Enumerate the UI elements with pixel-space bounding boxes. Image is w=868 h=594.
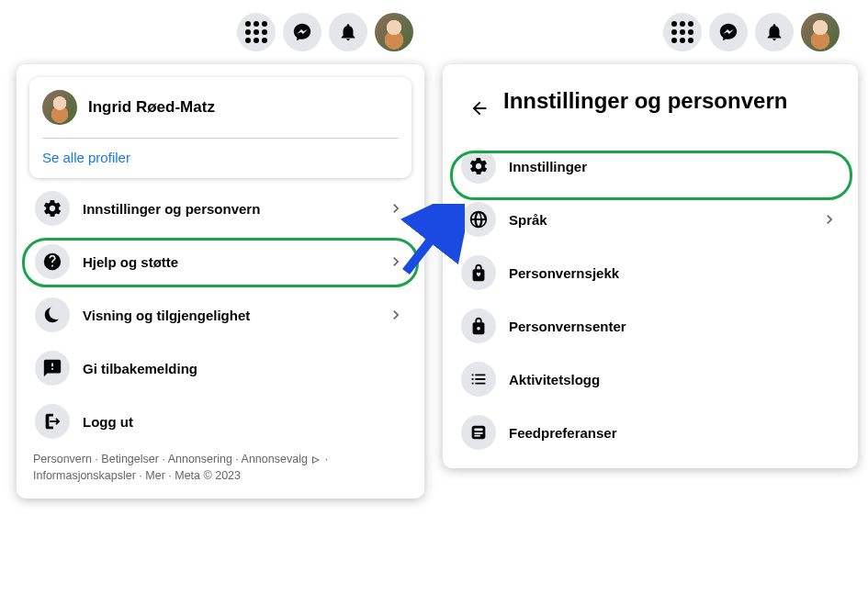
footer-link[interactable]: Betingelser xyxy=(101,453,159,465)
menu-item-label: Hjelp og støtte xyxy=(83,254,373,270)
lock-heart-icon xyxy=(461,255,496,290)
lock-icon xyxy=(461,308,496,343)
feed-icon xyxy=(461,415,496,450)
account-avatar-button[interactable] xyxy=(375,13,413,51)
messenger-button[interactable] xyxy=(283,13,321,51)
menu-item-language[interactable]: Språk xyxy=(454,193,847,246)
menu-item-privacy-check[interactable]: Personvernsjekk xyxy=(454,246,847,299)
grid-icon xyxy=(671,21,693,43)
account-menu-list: Innstillinger og personvern Hjelp og stø… xyxy=(24,178,417,450)
svg-rect-4 xyxy=(474,435,479,437)
menu-item-label: Innstillinger xyxy=(509,159,840,174)
gear-icon xyxy=(35,191,70,226)
divider xyxy=(42,138,399,139)
back-button[interactable] xyxy=(463,92,496,125)
menu-item-label: Feedpreferanser xyxy=(509,425,840,441)
settings-privacy-panel: Innstillinger og personvern Innstillinge… xyxy=(443,64,858,468)
menu-item-settings-privacy[interactable]: Innstillinger og personvern xyxy=(28,182,413,235)
panel-title: Innstillinger og personvern xyxy=(503,86,787,115)
bell-icon xyxy=(764,22,784,42)
messenger-icon xyxy=(718,22,738,42)
question-icon xyxy=(35,244,70,279)
messenger-icon xyxy=(292,22,312,42)
footer-link[interactable]: Annonsevalg xyxy=(242,453,308,465)
svg-rect-2 xyxy=(474,428,482,431)
list-icon xyxy=(461,362,496,397)
footer-copyright: Meta © 2023 xyxy=(175,469,241,482)
grid-icon xyxy=(245,21,267,43)
profile-card: Ingrid Røed-Matz Se alle profiler xyxy=(29,77,411,178)
menu-item-display-accessibility[interactable]: Visning og tilgjengelighet xyxy=(28,288,413,342)
footer-links: Personvern · Betingelser · Annonsering ·… xyxy=(24,450,417,491)
settings-privacy-list: Innstillinger Språk Personvernsjekk Pers… xyxy=(450,136,851,461)
menu-item-label: Personvernsjekk xyxy=(509,265,840,281)
avatar xyxy=(42,90,77,125)
account-menu-panel: Ingrid Røed-Matz Se alle profiler Innsti… xyxy=(17,64,424,499)
profile-name: Ingrid Røed-Matz xyxy=(88,98,215,117)
menu-item-label: Gi tilbakemelding xyxy=(83,361,406,376)
menu-item-logout[interactable]: Logg ut xyxy=(28,395,413,448)
menu-item-activity-log[interactable]: Aktivitetslogg xyxy=(454,353,847,406)
gear-icon xyxy=(461,149,496,184)
chevron-right-icon xyxy=(819,210,840,229)
menu-item-settings[interactable]: Innstillinger xyxy=(454,140,847,193)
topbar-left xyxy=(237,13,413,51)
see-all-profiles-link[interactable]: Se alle profiler xyxy=(42,148,399,169)
footer-link[interactable]: Mer xyxy=(145,469,165,482)
menu-item-feed-preferences[interactable]: Feedpreferanser xyxy=(454,406,847,459)
menu-item-help-support[interactable]: Hjelp og støtte xyxy=(28,235,413,288)
menu-grid-button[interactable] xyxy=(663,13,702,51)
chevron-right-icon xyxy=(386,306,406,324)
globe-icon xyxy=(461,202,496,237)
notifications-button[interactable] xyxy=(755,13,794,51)
feedback-icon xyxy=(35,351,70,386)
footer-link[interactable]: Personvern xyxy=(33,453,92,465)
messenger-button[interactable] xyxy=(709,13,748,51)
menu-item-label: Aktivitetslogg xyxy=(509,372,840,387)
account-avatar-button[interactable] xyxy=(801,13,840,51)
menu-item-label: Personvernsenter xyxy=(509,319,840,334)
chevron-right-icon xyxy=(386,252,406,271)
footer-link[interactable]: Informasjonskapsler xyxy=(33,469,136,482)
bell-icon xyxy=(338,22,358,42)
menu-item-feedback[interactable]: Gi tilbakemelding xyxy=(28,342,413,395)
chevron-right-icon xyxy=(386,199,406,218)
menu-item-label: Visning og tilgjengelighet xyxy=(83,308,373,323)
menu-item-privacy-center[interactable]: Personvernsenter xyxy=(454,299,847,353)
menu-grid-button[interactable] xyxy=(237,13,276,51)
profile-switcher[interactable]: Ingrid Røed-Matz xyxy=(42,90,399,138)
menu-item-label: Innstillinger og personvern xyxy=(83,201,373,217)
panel-header: Innstillinger og personvern xyxy=(450,72,851,136)
arrow-left-icon xyxy=(469,98,490,118)
logout-icon xyxy=(35,404,70,439)
topbar-right xyxy=(663,13,840,51)
svg-rect-3 xyxy=(474,432,482,434)
footer-link[interactable]: Annonsering xyxy=(168,453,232,465)
notifications-button[interactable] xyxy=(329,13,367,51)
moon-icon xyxy=(35,297,70,332)
menu-item-label: Språk xyxy=(509,212,806,228)
menu-item-label: Logg ut xyxy=(83,414,406,430)
adchoices-icon xyxy=(310,454,321,465)
